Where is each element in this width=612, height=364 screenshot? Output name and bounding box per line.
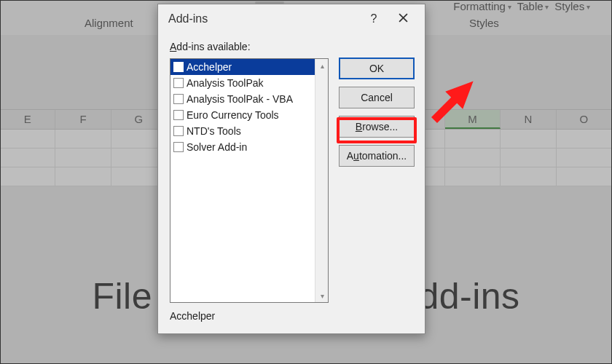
column-header[interactable]: O <box>557 110 612 129</box>
cell[interactable] <box>445 167 501 186</box>
checkbox[interactable] <box>173 126 184 136</box>
automation-button[interactable]: Automation... <box>339 145 415 167</box>
format-as-table-dropdown[interactable]: Table <box>517 0 549 12</box>
scroll-up-icon[interactable]: ▴ <box>315 59 329 72</box>
addins-dialog: Add-ins ? Add-ins available: AcchelperAn… <box>157 4 425 334</box>
alignment-group-label: Alignment <box>85 17 133 29</box>
checkbox[interactable] <box>173 142 184 152</box>
column-header[interactable]: N <box>501 110 556 129</box>
cell-styles-dropdown[interactable]: Styles <box>554 0 590 12</box>
column-header[interactable]: M <box>445 110 501 129</box>
cell[interactable] <box>501 149 556 167</box>
addins-listbox[interactable]: AcchelperAnalysis ToolPakAnalysis ToolPa… <box>170 58 329 303</box>
checkbox[interactable] <box>173 110 184 120</box>
addin-item-label: Analysis ToolPak - VBA <box>187 93 293 105</box>
cell[interactable] <box>55 149 111 167</box>
addin-list-item[interactable]: NTD's Tools <box>170 123 315 139</box>
dialog-titlebar: Add-ins ? <box>158 4 425 33</box>
addins-available-label: Add-ins available: <box>170 41 413 52</box>
conditional-formatting-dropdown[interactable]: Formatting <box>453 0 511 12</box>
column-header[interactable]: F <box>55 110 111 129</box>
browse-button[interactable]: Browse... <box>339 116 415 138</box>
scroll-down-icon[interactable]: ▾ <box>315 289 329 302</box>
addin-item-label: Acchelper <box>187 61 232 73</box>
styles-group-label: Styles <box>469 17 499 29</box>
addin-item-label: Solver Add-in <box>187 141 247 153</box>
addin-list-item[interactable]: Analysis ToolPak - VBA <box>170 91 315 107</box>
dialog-title: Add-ins <box>168 12 359 25</box>
column-header[interactable]: E <box>0 110 55 129</box>
addin-list-item[interactable]: Solver Add-in <box>170 139 315 155</box>
cell[interactable] <box>55 130 111 149</box>
checkbox[interactable] <box>173 94 184 104</box>
cell[interactable] <box>0 130 55 149</box>
close-button[interactable] <box>388 4 417 33</box>
addin-item-label: Euro Currency Tools <box>187 109 279 121</box>
addin-description: Acchelper <box>170 310 215 322</box>
cell[interactable] <box>55 167 111 186</box>
cell[interactable] <box>445 149 501 167</box>
cell[interactable] <box>501 167 556 186</box>
cell[interactable] <box>557 130 612 149</box>
addin-item-label: NTD's Tools <box>187 125 241 137</box>
cell[interactable] <box>501 130 556 149</box>
checkbox[interactable] <box>173 78 184 88</box>
cell[interactable] <box>557 149 612 167</box>
cell[interactable] <box>445 130 501 149</box>
cancel-button[interactable]: Cancel <box>339 87 415 108</box>
close-icon <box>399 12 408 25</box>
help-button[interactable]: ? <box>359 4 388 33</box>
addin-list-item[interactable]: Analysis ToolPak <box>170 75 315 91</box>
cell[interactable] <box>557 167 612 186</box>
cell[interactable] <box>0 167 55 186</box>
addin-list-item[interactable]: Euro Currency Tools <box>170 107 315 123</box>
addin-item-label: Analysis ToolPak <box>187 77 264 89</box>
addin-list-item[interactable]: Acchelper <box>170 59 315 75</box>
scrollbar[interactable]: ▴ ▾ <box>315 59 328 302</box>
ok-button[interactable]: OK <box>339 58 415 79</box>
cell[interactable] <box>0 149 55 167</box>
checkbox[interactable] <box>173 62 184 72</box>
